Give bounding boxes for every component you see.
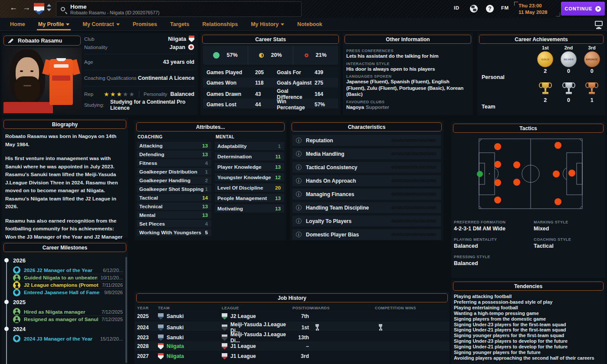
manager-name-box[interactable]: Robaato Rasamu	[3, 36, 81, 46]
team-name[interactable]: Niigata	[167, 343, 184, 349]
info-icon[interactable]: i	[296, 151, 302, 157]
career-achievements-title[interactable]: Career Achievements	[479, 35, 604, 44]
nav-tab[interactable]: My Profile	[32, 18, 76, 30]
column-header[interactable]: COMPETITION WINS	[375, 306, 450, 310]
info-icon[interactable]: i	[296, 205, 302, 210]
stat-row: Games Drawn 43 Goal Difference 164	[203, 88, 338, 98]
column-header[interactable]: AWARDS	[312, 306, 375, 310]
other-information-title[interactable]: Other Information	[345, 35, 471, 44]
fm-logo[interactable]: FM	[501, 5, 509, 10]
info-icon[interactable]: i	[296, 191, 302, 197]
attribute-row: People Management 13	[215, 194, 284, 202]
attribute-row: Adaptability 1	[215, 142, 284, 150]
career-milestones-title[interactable]: Career Milestones	[3, 243, 126, 252]
team-name[interactable]: Sanuki	[167, 334, 184, 341]
edit-pencil-icon[interactable]	[8, 38, 13, 43]
info-icon[interactable]: i	[296, 218, 302, 224]
milestone-row[interactable]: 2025	[12, 296, 124, 308]
help-icon[interactable]: ?	[486, 5, 494, 13]
league-name[interactable]: J2 League	[230, 313, 256, 319]
milestone-row[interactable]: 2024	[12, 323, 124, 335]
milestone-row[interactable]: 2026	[12, 254, 124, 266]
column-header[interactable]: YEAR	[137, 306, 158, 310]
stat-value: 118	[255, 80, 277, 86]
nationality-value[interactable]: Japan	[170, 44, 185, 50]
formation-pitch	[479, 138, 583, 209]
job-history-row[interactable]: 2025 Sanuki J2 League 7th	[135, 312, 450, 321]
world-icon[interactable]	[470, 5, 478, 13]
continue-button[interactable]: CONTINUE	[561, 2, 605, 16]
info-icon[interactable]: i	[296, 232, 302, 237]
milestone-text[interactable]: J2 League champions (Promoted)	[24, 282, 98, 288]
milestone-row[interactable]: Hired as Niigata manager 7/12/2025	[12, 308, 124, 315]
milestone-text[interactable]: 2024 J3 Manager of the Year	[24, 336, 92, 342]
team-name[interactable]: Sanuki	[167, 325, 184, 331]
nav-tab[interactable]: Home	[3, 18, 32, 30]
manager-id-button[interactable]: ID	[454, 5, 459, 10]
tendencies-title[interactable]: Tendencies	[453, 282, 604, 291]
nationality-row[interactable]: Nationality Japan	[84, 43, 194, 51]
attribute-value: 1	[205, 169, 208, 175]
nav-tab[interactable]: My History	[244, 18, 291, 30]
personality-label: Personality	[144, 92, 167, 97]
info-icon[interactable]: i	[296, 164, 302, 170]
job-history-row[interactable]: 2028 Niigata J1 League –	[135, 341, 450, 351]
age-label: Age	[84, 59, 93, 65]
screen-flow-icon[interactable]	[595, 21, 603, 26]
back-arrow-icon[interactable]: ←	[10, 3, 17, 12]
milestone-text[interactable]: 2026 J2 Manager of the Year	[24, 267, 92, 273]
info-section-text: Japanese (Fluent), Spanish (Fluent), Eng…	[346, 79, 463, 97]
career-stats-title[interactable]: Career Stats	[202, 35, 339, 44]
milestone-row[interactable]: Entered Japanese Hall of Fame 9/8/2026	[12, 289, 124, 296]
milestone-text[interactable]: Guided Niigata to an unbeaten...	[24, 275, 97, 281]
milestone-date: 9/8/2026	[104, 290, 123, 295]
nav-tab[interactable]: Relationships	[196, 18, 244, 30]
game-date-display[interactable]: Thu 23:00 11 May 2028	[514, 2, 558, 16]
mental-header: MENTAL	[216, 134, 284, 139]
nav-tab[interactable]: My Contract	[76, 18, 126, 30]
club-switcher-chevrons[interactable]	[47, 4, 51, 11]
characteristics-title[interactable]: Characteristics	[292, 122, 442, 131]
info-icon[interactable]: i	[296, 178, 302, 184]
milestone-row[interactable]: Guided Niigata to an unbeaten... 10/11/2…	[12, 274, 124, 281]
club-value[interactable]: Niigata	[168, 36, 186, 42]
nav-tab[interactable]: Notebook	[291, 18, 329, 30]
biography-title[interactable]: Biography	[3, 120, 126, 129]
attribute-name: Youngster Knowledge	[217, 174, 271, 180]
column-header[interactable]: POSITION	[292, 306, 312, 310]
job-history-row[interactable]: 2027 Niigata J1 League 3rd	[135, 351, 450, 361]
milestone-row[interactable]: 2024 J3 Manager of the Year 15/12/20...	[12, 335, 124, 342]
milestone-text[interactable]: Entered Japanese Hall of Fame	[24, 289, 99, 295]
info-section-text: Lets his assistant do the talking for hi…	[346, 53, 439, 59]
characteristic-name: Handling Team Discipline	[306, 205, 369, 211]
league-name[interactable]: J1 League	[230, 343, 256, 349]
job-history-row[interactable]: 2024 Sanuki Meiji-Yasuda J.League Di... …	[135, 321, 450, 331]
column-header[interactable]: LEAGUE	[222, 306, 292, 310]
milestone-row[interactable]: J2 League champions (Promoted) 7/11/2026	[12, 281, 124, 289]
characteristic-name: Domestic Player Bias	[306, 232, 359, 238]
milestone-row[interactable]: Resigned as manager of Sanuki 7/12/2025	[12, 315, 124, 323]
search-title-box[interactable]: Home Robaato Rasamu - Niigata (ID:200207…	[56, 1, 302, 17]
job-history-panel: Job History YEARTEAMLEAGUEPOSITIONAWARDS…	[135, 292, 450, 364]
milestones-scrollbar[interactable]	[125, 257, 127, 363]
club-crest-icon[interactable]	[34, 3, 44, 15]
nav-tab[interactable]: Targets	[164, 18, 196, 30]
qualifications-row: Coaching Qualifications Continental A Li…	[84, 73, 194, 83]
attributes-title[interactable]: Attributes...	[136, 122, 285, 131]
nav-tab[interactable]: Promises	[126, 18, 164, 30]
forward-arrow-icon[interactable]: →	[23, 3, 30, 12]
milestone-text[interactable]: Hired as Niigata manager	[24, 309, 85, 315]
league-name[interactable]: Meiji-Yasuda J.League Di...	[230, 331, 292, 344]
milestone-text[interactable]: Resigned as manager of Sanuki	[24, 316, 98, 322]
milestone-row[interactable]: 2026 J2 Manager of the Year 6/12/20...	[12, 266, 124, 274]
league-badge-icon	[222, 343, 227, 350]
team-name[interactable]: Sanuki	[167, 313, 184, 319]
league-name[interactable]: J1 League	[230, 353, 256, 359]
job-history-title[interactable]: Job History	[136, 293, 448, 302]
info-icon[interactable]: i	[296, 138, 302, 143]
column-header[interactable]: TEAM	[158, 306, 222, 310]
job-history-row[interactable]: 2023 Sanuki Meiji-Yasuda J.League Di... …	[135, 331, 450, 341]
team-name[interactable]: Niigata	[167, 353, 184, 359]
club-row[interactable]: Club Niigata	[84, 35, 194, 43]
tactics-title[interactable]: Tactics	[453, 124, 604, 133]
